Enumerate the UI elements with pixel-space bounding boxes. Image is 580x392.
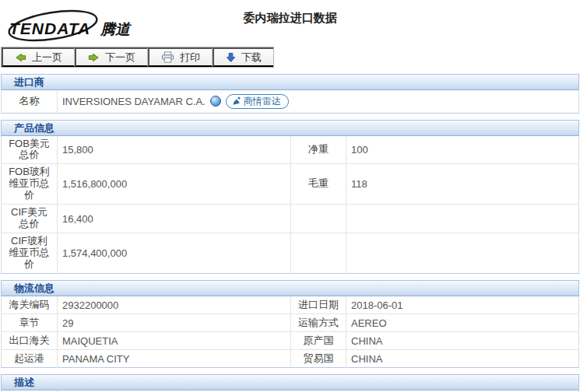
table-row: CIF美元总价 16,400 [2,205,579,233]
business-radar-label: 商情雷达 [244,96,281,107]
field-label: 运输方式 [291,314,346,332]
field-value: 1,574,400,000 [58,233,291,274]
field-value: MAIQUETIA [58,332,291,350]
print-button[interactable]: 打印 [148,47,213,67]
field-label: 净重 [291,136,346,164]
page-title: 委内瑞拉进口数据 [0,11,580,26]
field-label: 海关编码 [2,296,58,314]
arrow-down-icon [226,52,236,63]
field-value: 2932200000 [58,296,291,314]
field-label: 章节 [2,314,58,332]
field-label: 进口日期 [291,296,346,314]
section-logistics: 物流信息 海关编码 2932200000 进口日期 2018-06-01 章节 … [1,280,579,369]
table-row: 起运港 PANAMA CITY 贸易国 CHINA [2,350,579,368]
field-value: 100 [346,136,579,164]
prev-page-label: 上一页 [32,51,62,65]
field-label: FOB玻利维亚币总价 [2,164,58,205]
importer-name-label: 名称 [2,90,58,113]
field-label [291,233,346,274]
field-value: 15,800 [58,136,291,164]
field-label [291,205,346,233]
table-row: 出口海关 MAIQUETIA 原产国 CHINA [2,332,579,350]
field-value: 1,516,800,000 [58,164,291,205]
field-value: CHINA [346,350,579,368]
field-label: 出口海关 [2,332,58,350]
prev-page-button[interactable]: 上一页 [2,47,75,67]
download-label: 下载 [241,51,262,65]
field-label: FOB美元总价 [2,136,58,164]
next-page-button[interactable]: 下一页 [75,47,148,67]
field-label: CIF美元总价 [2,205,58,233]
table-row: CIF玻利维亚币总价 1,574,400,000 [2,233,579,274]
arrow-right-icon [88,52,100,63]
table-row: FOB玻利维亚币总价 1,516,800,000 毛重 118 [2,164,579,205]
table-row: FOB美元总价 15,800 净重 100 [2,136,579,164]
page-header: TENDATA 腾道 委内瑞拉进口数据 [0,0,580,47]
field-label: 毛重 [291,164,346,205]
field-label: CIF玻利维亚币总价 [2,233,58,274]
radar-icon [232,96,241,106]
field-value: PANAMA CITY [58,350,291,368]
section-importer-title: 进口商 [1,74,579,90]
importer-table: 名称 INVERSIONES DAYAMAR C.A. 商情雷达 [1,90,579,114]
field-label: 起运港 [2,350,58,368]
table-row: 海关编码 2932200000 进口日期 2018-06-01 [2,296,579,314]
download-button[interactable]: 下载 [213,47,273,67]
field-label: 原产国 [291,332,346,350]
importer-name-value: INVERSIONES DAYAMAR C.A. [62,96,206,107]
section-product: 产品信息 FOB美元总价 15,800 净重 100 FOB玻利维亚币总价 1,… [1,120,579,274]
table-row: 章节 29 运输方式 AEREO [2,314,579,332]
product-table: FOB美元总价 15,800 净重 100 FOB玻利维亚币总价 1,516,8… [1,136,579,274]
section-logistics-title: 物流信息 [1,280,579,296]
print-label: 打印 [180,51,200,65]
field-value: 118 [346,164,579,205]
globe-icon[interactable] [210,96,221,107]
business-radar-button[interactable]: 商情雷达 [226,94,289,109]
table-row: 名称 INVERSIONES DAYAMAR C.A. 商情雷达 [2,90,579,113]
field-value: 29 [58,314,291,332]
field-value: AEREO [346,314,579,332]
field-label: 贸易国 [291,350,346,368]
field-value [346,205,579,233]
field-value: CHINA [346,332,579,350]
section-product-title: 产品信息 [1,120,579,136]
arrow-left-icon [15,52,26,63]
field-value: 16,400 [58,205,291,233]
logistics-table: 海关编码 2932200000 进口日期 2018-06-01 章节 29 运输… [1,296,579,369]
printer-icon [161,51,174,63]
section-description-title: 描述 [1,374,579,390]
field-value [346,233,579,274]
next-page-label: 下一页 [105,51,135,65]
field-value: 2018-06-01 [346,296,579,314]
toolbar: 上一页 下一页 打印 下载 [1,47,274,68]
section-importer: 进口商 名称 INVERSIONES DAYAMAR C.A. 商情雷达 [1,74,579,114]
section-description: 描述 章节描述 PRODUCTOS QUÍMICOS ORGÁNICOS 编码描… [1,374,579,392]
